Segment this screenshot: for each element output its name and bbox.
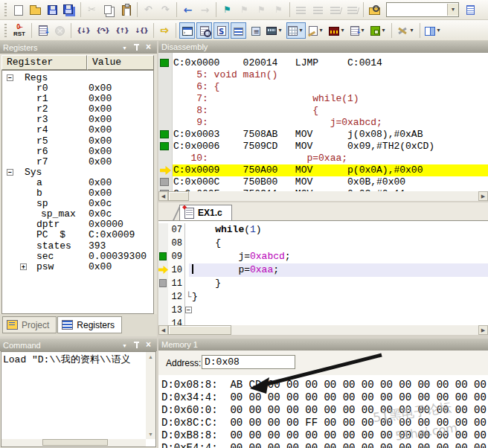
scroll-left-icon[interactable]: ◀ <box>158 191 168 201</box>
comment-selection-button[interactable] <box>327 1 343 18</box>
disassembly-line[interactable]: 8: { <box>158 105 488 117</box>
step-over-button[interactable]: {↷} <box>94 22 112 39</box>
navigate-forward-button[interactable]: → <box>197 1 213 18</box>
run-to-cursor-button[interactable]: ↓{} <box>132 22 150 39</box>
new-file-button[interactable] <box>10 1 26 18</box>
editor-horizontal-scrollbar[interactable]: ◀ ▶ <box>158 325 488 335</box>
uncomment-selection-button[interactable] <box>344 1 360 18</box>
register-row[interactable]: r10x00 <box>2 94 153 104</box>
step-into-button[interactable]: {↓} <box>74 22 92 39</box>
window-menu-button[interactable] <box>119 42 130 52</box>
save-file-button[interactable] <box>45 1 60 18</box>
find-combo[interactable]: ▾ <box>386 2 459 17</box>
register-row[interactable]: sp_max0x0c <box>2 209 153 220</box>
register-row[interactable]: states393 <box>2 241 153 252</box>
memory-row[interactable]: D:0xB8:8: 00 00 00 00 00 00 00 00 00 00 … <box>158 429 488 442</box>
window-menu-button[interactable] <box>119 340 130 350</box>
editor-line[interactable]: 10 p=0xaa; <box>158 263 488 277</box>
pin-button[interactable] <box>131 340 142 350</box>
logic-analyzer-dropdown[interactable]: ▾ <box>339 27 346 33</box>
paste-button[interactable] <box>118 1 134 18</box>
register-row[interactable]: sp0x0c <box>2 199 153 209</box>
scroll-right-icon[interactable]: ▶ <box>478 325 488 335</box>
save-all-button[interactable] <box>62 1 77 18</box>
editor-line[interactable]: 12} <box>158 290 488 304</box>
undo-button[interactable]: ↶ <box>141 1 156 18</box>
disassembly-line[interactable]: C:0x0009 750A00 MOV p(0x0A),#0x00 <box>158 164 488 176</box>
register-row[interactable]: r70x00 <box>2 157 153 167</box>
memory-address-input[interactable] <box>202 355 295 369</box>
scroll-left-icon[interactable]: ◀ <box>158 325 168 335</box>
editor-line[interactable]: 07 while(1) <box>158 223 488 237</box>
disassembly-view[interactable]: C:0x0000 020014 LJMP C:0014 5: void main… <box>158 53 488 191</box>
callstack-window-button[interactable] <box>248 22 263 39</box>
prev-bookmark-button[interactable]: ⚑ <box>237 1 252 18</box>
outdent-button[interactable] <box>310 1 326 18</box>
copy-button[interactable] <box>101 1 117 18</box>
open-file-button[interactable] <box>28 1 43 18</box>
close-button[interactable] <box>143 340 154 350</box>
disassembly-line[interactable]: 5: void main() <box>158 69 488 81</box>
tab-ex1c[interactable]: EX1.c <box>179 205 232 220</box>
run-button[interactable] <box>35 22 51 39</box>
memory-row[interactable]: D:0x08:8: AB CD 00 00 00 00 00 00 00 00 … <box>158 379 488 391</box>
register-row[interactable]: a0x00 <box>2 178 153 188</box>
scrollbar-thumb[interactable] <box>42 439 108 446</box>
scroll-down-icon[interactable]: ▼ <box>146 429 155 439</box>
document-list-button[interactable] <box>463 1 478 18</box>
disassembly-horizontal-scrollbar[interactable]: ◀ ▶ <box>158 191 488 201</box>
reset-cpu-button[interactable]: RST <box>10 22 28 39</box>
command-vertical-scrollbar[interactable]: ▲ ▼ <box>146 352 155 439</box>
register-row[interactable]: PC $C:0x0009 <box>2 230 153 240</box>
memory-row[interactable]: D:0xE4:4: 00 00 00 00 00 00 00 00 00 00 … <box>158 442 488 448</box>
expand-icon[interactable]: + <box>20 263 27 270</box>
disassembly-line[interactable]: C:0x0006 7509CD MOV 0x09,#TH2(0xCD) <box>158 141 488 153</box>
disassembly-line[interactable]: C:0x0000 020014 LJMP C:0014 <box>158 57 488 69</box>
system-viewer-dropdown[interactable]: ▾ <box>380 27 387 33</box>
memory-window-dropdown[interactable]: ▾ <box>298 27 304 33</box>
stop-button[interactable] <box>52 22 68 39</box>
debug-layout-dropdown[interactable]: ▾ <box>435 27 442 33</box>
indent-button[interactable] <box>293 1 309 18</box>
command-output[interactable]: Load "D:\\我的资料\\语义 ▲ ▼ <box>1 351 156 447</box>
find-in-files-button[interactable] <box>367 1 382 18</box>
disassembly-line[interactable]: 10: p=0xaa; <box>158 153 488 164</box>
register-row[interactable]: r50x00 <box>2 136 153 147</box>
next-bookmark-button[interactable]: ⚑ <box>254 1 269 18</box>
disassembly-line[interactable]: 9: j=0xabcd; <box>158 117 488 129</box>
register-row[interactable]: r00x00 <box>2 83 153 94</box>
command-window-button[interactable] <box>179 22 195 39</box>
scroll-up-icon[interactable]: ▲ <box>146 352 155 362</box>
show-next-statement-button[interactable]: ⇨ <box>157 22 173 39</box>
editor-line[interactable]: 09 j=0xabcd; <box>158 250 488 263</box>
disassembly-line[interactable]: 7: while(1) <box>158 93 488 105</box>
toggle-bookmark-button[interactable]: ⚑ <box>219 1 235 18</box>
scroll-right-icon[interactable]: ▶ <box>478 191 488 201</box>
command-horizontal-scrollbar[interactable] <box>1 439 146 447</box>
memory-window-button[interactable]: ▾ <box>286 22 306 39</box>
memory-row[interactable]: D:0x8C:C: 00 00 00 00 FF 00 00 00 00 00 … <box>158 417 488 429</box>
register-row[interactable]: b0x00 <box>2 188 153 199</box>
memory-row[interactable]: D:0x60:0: 00 00 00 00 00 00 00 00 00 00 … <box>158 404 488 417</box>
step-out-button[interactable]: {↑} <box>113 22 131 39</box>
disassembly-window-button[interactable] <box>196 22 212 39</box>
tab-registers[interactable]: Registers <box>57 316 122 333</box>
serial-window-dropdown[interactable]: ▾ <box>277 27 283 33</box>
trace-window-button[interactable]: ▾ <box>349 22 367 39</box>
collapse-icon[interactable]: − <box>7 169 13 176</box>
code-editor[interactable]: 07 while(1)08 {09 j=0xabcd;10 p=0xaa;11 … <box>158 221 488 325</box>
chevron-down-icon[interactable]: ▾ <box>447 4 458 16</box>
watch-window-button[interactable]: ▾ <box>307 22 326 39</box>
registers-window-button[interactable] <box>231 22 246 39</box>
serial-window-button[interactable]: ▾ <box>265 22 285 39</box>
tab-project[interactable]: Project <box>2 316 57 333</box>
scrollbar-thumb[interactable] <box>168 191 189 201</box>
register-row[interactable]: r40x00 <box>2 125 153 135</box>
register-row[interactable]: +psw0x00 <box>2 262 153 272</box>
toolbox-button[interactable]: ▾ <box>395 22 417 39</box>
system-viewer-button[interactable]: ▾ <box>369 22 388 39</box>
register-row[interactable]: −Regs <box>2 73 153 83</box>
disassembly-line[interactable]: 6: { <box>158 81 488 93</box>
editor-line[interactable]: 13 <box>158 304 488 317</box>
register-row[interactable]: r20x00 <box>2 104 153 115</box>
